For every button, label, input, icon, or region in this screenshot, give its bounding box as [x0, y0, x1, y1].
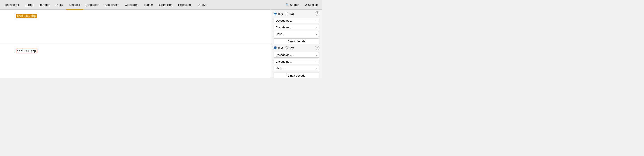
- panel-1-controls: Text Hex ? Decode as ... ∨ Encode as ...…: [271, 10, 322, 44]
- panel-1-hash-label: Hash ...: [276, 32, 286, 36]
- panel-2-hex-radio-label[interactable]: Hex: [285, 46, 294, 50]
- nav-item-sequencer[interactable]: Sequencer: [102, 0, 122, 10]
- panel-2-text-area-container[interactable]: include.php: [0, 44, 271, 78]
- panel-2-content: include.php: [0, 44, 271, 58]
- panel-1-text-radio[interactable]: [274, 12, 277, 15]
- nav-right: 🔍 Search ⚙ Settings: [284, 3, 320, 7]
- nav-item-extensions[interactable]: Extensions: [175, 0, 196, 10]
- main-content: include.php Text Hex ? Decode as ... ∨: [0, 10, 322, 78]
- panel-1-radio-row: Text Hex ?: [274, 11, 319, 16]
- panel-2-encode-label: Encode as ...: [276, 60, 292, 63]
- search-icon: 🔍: [286, 3, 289, 7]
- nav-item-apikit[interactable]: APIKit: [195, 0, 210, 10]
- panel-1-help-button[interactable]: ?: [315, 11, 319, 16]
- panel-1-content: include.php: [0, 10, 271, 22]
- decoder-panel-1: include.php Text Hex ? Decode as ... ∨: [0, 10, 322, 44]
- panel-2-encode-arrow: ∨: [316, 60, 317, 63]
- panel-1-hex-radio-text: Hex: [289, 12, 294, 15]
- search-label: Search: [290, 3, 299, 7]
- panel-2-hash-dropdown[interactable]: Hash ... ∨: [274, 66, 319, 71]
- panel-1-hex-radio[interactable]: [285, 12, 288, 15]
- panel-2-radio-row: Text Hex ?: [274, 46, 319, 50]
- panel-2-hex-radio[interactable]: [285, 46, 288, 50]
- nav-item-comparer[interactable]: Comparer: [122, 0, 141, 10]
- panel-1-encode-label: Encode as ...: [276, 26, 292, 29]
- panel-1-encode-dropdown[interactable]: Encode as ... ∨: [274, 25, 319, 30]
- panel-1-decode-dropdown[interactable]: Decode as ... ∨: [274, 18, 319, 23]
- nav-item-organizer[interactable]: Organizer: [156, 0, 175, 10]
- nav-item-target[interactable]: Target: [22, 0, 36, 10]
- panel-1-text-area-container[interactable]: include.php: [0, 10, 271, 44]
- panel-2-hash-arrow: ∨: [316, 67, 317, 70]
- search-button[interactable]: 🔍 Search: [284, 3, 301, 7]
- nav-item-dashboard[interactable]: Dashboard: [2, 0, 22, 10]
- panel-2-decode-arrow: ∨: [316, 54, 317, 56]
- panel-2-text-radio-label[interactable]: Text: [274, 46, 283, 50]
- panel-1-hash-dropdown[interactable]: Hash ... ∨: [274, 31, 319, 37]
- settings-label: Settings: [308, 3, 318, 7]
- panel-2-encode-dropdown[interactable]: Encode as ... ∨: [274, 59, 319, 64]
- nav-item-repeater[interactable]: Repeater: [84, 0, 102, 10]
- panel-1-decode-label: Decode as ...: [276, 19, 293, 22]
- panel-2-controls: Text Hex ? Decode as ... ∨ Encode as ...…: [271, 44, 322, 78]
- panel-1-hash-arrow: ∨: [316, 33, 317, 35]
- panel-1-decode-arrow: ∨: [316, 19, 317, 22]
- panel-1-hex-radio-label[interactable]: Hex: [285, 12, 294, 15]
- panel-1-text-radio-label[interactable]: Text: [274, 12, 283, 15]
- panel-1-encode-arrow: ∨: [316, 26, 317, 29]
- nav-item-decoder[interactable]: Decoder: [66, 0, 84, 10]
- panel-2-text-radio[interactable]: [274, 46, 277, 50]
- panel-2-hash-label: Hash ...: [276, 67, 286, 70]
- settings-icon: ⚙: [304, 3, 307, 7]
- panel-2-hex-radio-text: Hex: [289, 46, 294, 50]
- panel-2-decode-dropdown[interactable]: Decode as ... ∨: [274, 52, 319, 58]
- nav-item-intruder[interactable]: Intruder: [36, 0, 53, 10]
- panel-2-help-button[interactable]: ?: [315, 46, 319, 50]
- settings-button[interactable]: ⚙ Settings: [303, 3, 320, 7]
- decoder-panel-2: include.php Text Hex ? Decode as ... ∨: [0, 44, 322, 78]
- panel-1-smart-decode-button[interactable]: Smart decode: [274, 38, 319, 44]
- nav-item-logger[interactable]: Logger: [141, 0, 156, 10]
- panel-1-highlighted-text: include.php: [16, 14, 37, 18]
- panel-2-red-border-text: include.php: [16, 49, 37, 53]
- nav-item-proxy[interactable]: Proxy: [53, 0, 66, 10]
- panel-2-text-radio-text: Text: [278, 46, 283, 50]
- nav-bar: Dashboard Target Intruder Proxy Decoder …: [0, 0, 322, 10]
- panel-2-smart-decode-button[interactable]: Smart decode: [274, 73, 319, 78]
- panel-2-decode-label: Decode as ...: [276, 53, 293, 57]
- panel-1-text-radio-text: Text: [278, 12, 283, 15]
